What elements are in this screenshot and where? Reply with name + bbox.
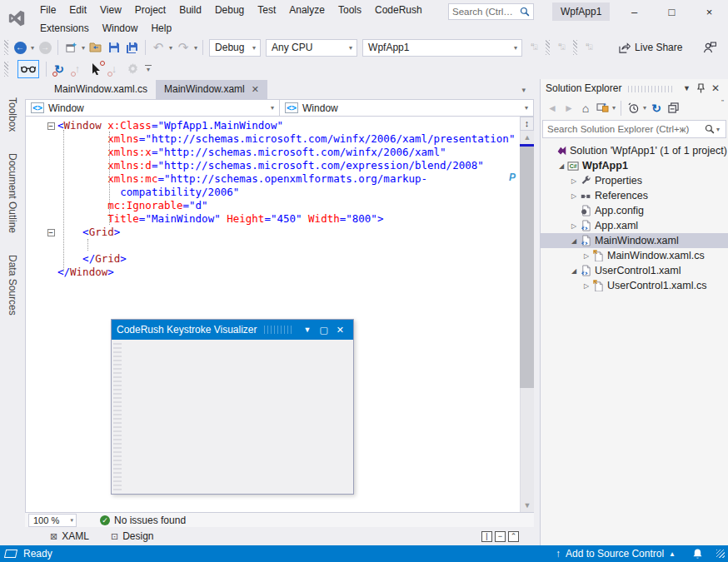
- scroll-down-icon[interactable]: ▼: [522, 501, 532, 510]
- menu-analyze[interactable]: Analyze: [282, 1, 332, 19]
- code-line[interactable]: − <Grid>: [26, 226, 534, 239]
- fold-collapse-icon[interactable]: −: [47, 229, 55, 236]
- breadcrumb-element-left[interactable]: <> Window ▾: [26, 100, 280, 116]
- solution-configuration-combo[interactable]: Debug▾: [209, 39, 261, 57]
- coderush-jump-down-button[interactable]: ↓: [105, 60, 123, 78]
- maximize-button[interactable]: □: [653, 0, 691, 23]
- code-line[interactable]: </Window>: [26, 266, 534, 279]
- menu-project[interactable]: Project: [128, 1, 172, 19]
- visualizer-close-button[interactable]: ✕: [332, 325, 348, 336]
- menu-file[interactable]: File: [33, 1, 62, 19]
- menu-extensions[interactable]: Extensions: [33, 19, 96, 37]
- se-back-button[interactable]: ◄: [544, 100, 561, 117]
- tree-item-mainwindow.xaml[interactable]: ◢MainWindow.xaml: [541, 233, 728, 248]
- coderush-refactor-button[interactable]: ↻: [50, 60, 68, 78]
- side-tab-document-outline[interactable]: Document Outline: [7, 153, 18, 233]
- toolbar-grip[interactable]: [4, 62, 8, 77]
- background-tasks-icon[interactable]: [4, 550, 17, 558]
- tree-item-app.xaml[interactable]: ▷App.xaml: [541, 218, 728, 233]
- code-surface[interactable]: −<Window x:Class="WpfApp1.MainWindow" xm…: [26, 117, 534, 279]
- se-search-dropdown[interactable]: ▾: [715, 126, 721, 133]
- horizontal-split-button[interactable]: −: [495, 531, 506, 542]
- code-line[interactable]: [26, 239, 534, 252]
- document-tab-mainwindow.xaml.cs[interactable]: MainWindow.xaml.cs: [46, 80, 156, 99]
- undo-button[interactable]: ↶: [149, 38, 167, 57]
- tab-xaml[interactable]: ⊠ XAML: [50, 530, 89, 542]
- tree-item-wpfapp1[interactable]: ◢C#WpfApp1: [541, 158, 728, 173]
- menu-edit[interactable]: Edit: [62, 1, 93, 19]
- tree-item-usercontrol1.xaml[interactable]: ◢UserControl1.xaml: [541, 263, 728, 278]
- se-switch-views-dropdown[interactable]: ▾: [611, 104, 617, 112]
- coderush-visualize-toggle[interactable]: [17, 60, 39, 78]
- new-project-button[interactable]: [62, 38, 80, 57]
- tree-item-usercontrol1.xaml.cs[interactable]: ▷UserControl1.xaml.cs: [541, 278, 728, 293]
- collapsed-arrow-icon[interactable]: ▷: [581, 252, 591, 260]
- scroll-up-icon[interactable]: ▲: [522, 133, 532, 142]
- code-line[interactable]: </Grid>: [26, 252, 534, 266]
- feedback-icon[interactable]: [701, 38, 719, 57]
- tree-item-mainwindow.xaml.cs[interactable]: ▷MainWindow.xaml.cs: [541, 248, 728, 263]
- source-control-dropdown[interactable]: ▲: [669, 550, 676, 558]
- toolbar-grip[interactable]: [546, 40, 550, 55]
- tree-item-solution-wpfapp1-1-of-1-project-[interactable]: Solution 'WpfApp1' (1 of 1 project): [541, 143, 728, 158]
- startup-project-combo[interactable]: WpfApp1▾: [362, 39, 522, 57]
- code-line[interactable]: Title="MainWindow" Height="450" Width="8…: [26, 212, 534, 226]
- code-line[interactable]: compatibility/2006": [26, 186, 534, 199]
- code-line[interactable]: −<Window x:Class="WpfApp1.MainWindow": [26, 119, 534, 132]
- fold-collapse-icon[interactable]: −: [47, 122, 55, 130]
- undo-dropdown[interactable]: ▾: [167, 44, 174, 52]
- tree-item-references[interactable]: ▷References: [541, 188, 728, 203]
- tree-item-properties[interactable]: ▷Properties: [541, 173, 728, 188]
- vertical-split-button[interactable]: ❘: [481, 531, 492, 542]
- code-line[interactable]: xmlns:x="http://schemas.microsoft.com/wi…: [26, 146, 534, 159]
- visualizer-maximize-button[interactable]: ▢: [315, 325, 332, 336]
- save-button[interactable]: [105, 38, 123, 57]
- expanded-arrow-icon[interactable]: ◢: [569, 267, 579, 275]
- menu-view[interactable]: View: [93, 1, 128, 19]
- menu-help[interactable]: Help: [144, 19, 178, 37]
- code-line[interactable]: mc:Ignorable="d": [26, 199, 534, 212]
- collapsed-arrow-icon[interactable]: ▷: [569, 177, 579, 185]
- tab-design[interactable]: ⊡ Design: [111, 530, 154, 542]
- attach-icon[interactable]: “⍗: [552, 38, 571, 57]
- se-pending-changes-filter-button[interactable]: [625, 100, 641, 117]
- visualizer-titlebar[interactable]: CodeRush Keystroke Visualizer ▼ ▢ ✕: [112, 320, 353, 340]
- editor-vertical-scrollbar[interactable]: ▲ ▼: [520, 117, 534, 512]
- breadcrumb-element-right[interactable]: <> Window ▾: [280, 100, 533, 116]
- document-tab-mainwindow.xaml[interactable]: MainWindow.xaml✕: [156, 80, 267, 99]
- redo-dropdown[interactable]: ▾: [192, 44, 199, 52]
- side-tab-toolbox[interactable]: Toolbox: [7, 97, 18, 132]
- code-line[interactable]: xmlns="http://schemas.microsoft.com/winf…: [26, 132, 534, 146]
- collapsed-arrow-icon[interactable]: ▷: [569, 222, 579, 230]
- expanded-arrow-icon[interactable]: ◢: [556, 162, 566, 170]
- coderush-jump-up-button[interactable]: ↑: [68, 60, 87, 78]
- tab-list-dropdown[interactable]: ▾: [521, 86, 534, 99]
- coderush-settings-button[interactable]: [123, 60, 142, 78]
- pin-icon[interactable]: [694, 83, 708, 93]
- solution-platform-combo[interactable]: Any CPU▾: [266, 39, 357, 57]
- save-all-button[interactable]: [123, 38, 142, 57]
- open-file-button[interactable]: [87, 38, 105, 57]
- expanded-arrow-icon[interactable]: ◢: [569, 237, 579, 245]
- se-filter-dropdown[interactable]: ▾: [641, 104, 648, 112]
- quick-search-input[interactable]: Search (Ctrl…: [448, 3, 534, 20]
- editor-split-handle[interactable]: ↕: [520, 117, 534, 131]
- menu-window[interactable]: Window: [96, 19, 145, 37]
- navigate-backward-button[interactable]: ←: [11, 38, 29, 57]
- minimize-button[interactable]: –: [616, 0, 653, 23]
- coderush-cursor-button[interactable]: [87, 60, 105, 78]
- attach-icon[interactable]: “⍗: [580, 38, 598, 57]
- toolbar-overflow-dropdown[interactable]: ▾: [145, 65, 152, 73]
- solution-explorer-header[interactable]: Solution Explorer ▼ ✕: [541, 79, 728, 97]
- collapse-pane-button[interactable]: ⌃: [508, 531, 519, 542]
- resize-grip[interactable]: [716, 550, 725, 558]
- menu-test[interactable]: Test: [251, 1, 282, 19]
- se-home-button[interactable]: ⌂: [577, 100, 594, 117]
- se-forward-button[interactable]: ►: [561, 100, 577, 117]
- xaml-code-editor[interactable]: −<Window x:Class="WpfApp1.MainWindow" xm…: [25, 117, 534, 512]
- menu-build[interactable]: Build: [172, 1, 208, 19]
- tab-close-icon[interactable]: ✕: [252, 84, 259, 95]
- visualizer-menu-dropdown[interactable]: ▼: [299, 326, 315, 334]
- editor-explorer-splitter[interactable]: [534, 79, 540, 545]
- scrollbar-thumb[interactable]: [520, 147, 534, 388]
